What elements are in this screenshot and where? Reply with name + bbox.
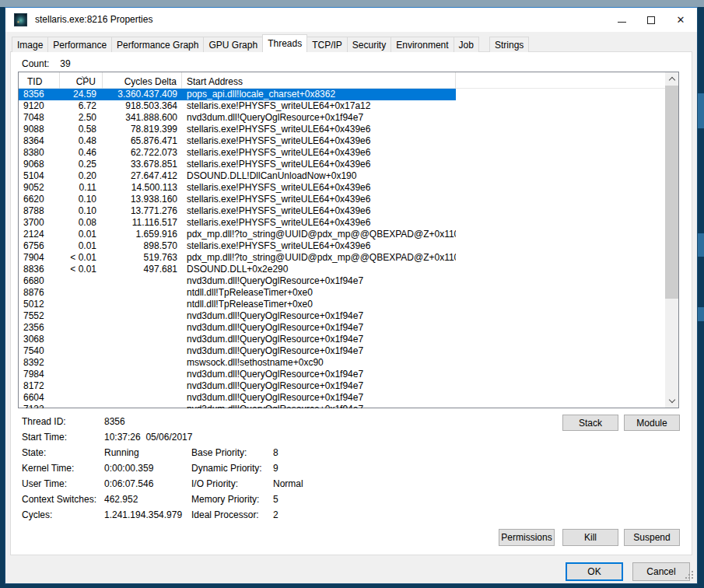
thread-list-body: 835624.593.360.437.409pops_api.dll!local… [19,89,665,408]
table-cell: stellaris.exe!PHYSFS_writeULE64+0x439e6 [182,182,456,194]
tab-threads[interactable]: Threads [262,34,307,52]
table-row[interactable]: 7552nvd3dum.dll!QueryOglResource+0x1f94e… [19,310,665,322]
tab-job[interactable]: Job [454,37,479,52]
table-row[interactable]: 87880.1013.771.276stellaris.exe!PHYSFS_w… [19,205,665,217]
title-bar: stellaris.exe:8216 Properties ✕ [5,8,697,32]
column-header-start-address[interactable]: Start Address [182,72,456,89]
table-row[interactable]: 835624.593.360.437.409pops_api.dll!local… [19,89,665,100]
resize-grip-icon[interactable] [685,571,693,579]
table-row[interactable]: 8392mswsock.dll!sethostname+0xc90 [19,357,665,369]
detail-value: 1.241.194.354.979 [104,509,182,520]
table-row[interactable]: 90680.2533.678.851stellaris.exe!PHYSFS_w… [19,159,665,170]
scroll-down-button[interactable] [665,394,678,408]
table-cell: DSOUND.DLL!DllCanUnloadNow+0x190 [182,170,456,182]
table-cell: stellaris.exe!PHYSFS_writeULE64+0x439e6 [182,217,456,229]
detail-label: Ideal Processor: [191,509,259,520]
scrollbar-thumb[interactable] [665,86,678,299]
table-cell: pops_api.dll!locale_charset+0x8362 [182,89,456,100]
detail-label: I/O Priority: [191,478,238,489]
detail-label: User Time: [22,478,67,489]
table-row[interactable]: 91206.72918.503.364stellaris.exe!PHYSFS_… [19,100,665,112]
properties-dialog: stellaris.exe:8216 Properties ✕ ImagePer… [5,7,698,584]
table-cell: 5012 [19,299,60,310]
table-cell [103,392,182,404]
thread-list: TID CPU Cycles Delta Start Address 83562… [18,72,679,408]
table-row[interactable]: 2356nvd3dum.dll!QueryOglResource+0x1f94e… [19,322,665,334]
tab-security[interactable]: Security [347,37,391,52]
table-row[interactable]: 66200.1013.938.160stellaris.exe!PHYSFS_w… [19,194,665,205]
minimize-button[interactable] [607,8,636,32]
module-button[interactable]: Module [624,415,680,431]
table-row[interactable]: 7904< 0.01519.763pdx_mp.dll!?to_string@U… [19,252,665,264]
table-cell: nvd3dum.dll!QueryOglResource+0x1f94e7 [182,345,456,357]
table-row[interactable]: 6680nvd3dum.dll!QueryOglResource+0x1f94e… [19,275,665,287]
tab-image[interactable]: Image [12,37,48,52]
table-row[interactable]: 8172nvd3dum.dll!QueryOglResource+0x1f94e… [19,380,665,392]
table-row[interactable]: 67560.01898.570stellaris.exe!PHYSFS_writ… [19,240,665,252]
table-cell: 0.20 [60,170,103,182]
stack-button[interactable]: Stack [562,415,618,431]
permissions-button[interactable]: Permissions [499,529,555,546]
tab-strings[interactable]: Strings [489,37,529,52]
table-cell: 0.01 [60,229,103,240]
column-header-cycles-delta[interactable]: Cycles Delta [103,72,182,89]
table-cell: 7540 [19,345,60,357]
table-row[interactable]: 21240.011.659.916pdx_mp.dll!?to_string@U… [19,229,665,240]
tab-gpu-graph[interactable]: GPU Graph [203,37,263,52]
table-row[interactable]: 7132nvd3dum.dll!QueryOglResource+0x1f94e… [19,404,665,408]
column-header-tid[interactable]: TID [19,72,60,89]
kill-button[interactable]: Kill [562,529,618,546]
detail-value: 8 [273,447,278,458]
table-row[interactable]: 8836< 0.01497.681DSOUND.DLL+0x2e290 [19,264,665,275]
table-cell: 13.938.160 [103,194,182,205]
table-row[interactable]: 90880.5878.819.399stellaris.exe!PHYSFS_w… [19,124,665,135]
table-row[interactable]: 7540nvd3dum.dll!QueryOglResource+0x1f94e… [19,345,665,357]
table-cell: 9052 [19,182,60,194]
table-cell: stellaris.exe!PHYSFS_writeULE64+0x439e6 [182,194,456,205]
table-cell: nvd3dum.dll!QueryOglResource+0x1f94e7 [182,322,456,334]
tab-performance-graph[interactable]: Performance Graph [111,37,204,52]
table-cell: 0.58 [60,124,103,135]
table-row[interactable]: 37000.0811.116.517stellaris.exe!PHYSFS_w… [19,217,665,229]
table-row[interactable]: 83640.4865.876.471stellaris.exe!PHYSFS_w… [19,135,665,147]
scroll-up-button[interactable] [665,72,678,86]
tab-strip: ImagePerformancePerformance GraphGPU Gra… [12,34,528,52]
table-cell [60,299,103,310]
table-cell [103,275,182,287]
thread-list-header: TID CPU Cycles Delta Start Address [19,72,665,89]
ok-button[interactable]: OK [566,562,623,581]
table-cell: 8172 [19,380,60,392]
table-cell [60,404,103,408]
table-row[interactable]: 8876ntdll.dll!TpReleaseTimer+0xe0 [19,287,665,299]
detail-value: 10:37:26 05/06/2017 [104,432,192,443]
table-cell: stellaris.exe!PHYSFS_writeULE64+0x439e6 [182,205,456,217]
tab-environment[interactable]: Environment [391,37,454,52]
table-row[interactable]: 5012ntdll.dll!TpReleaseTimer+0xe0 [19,299,665,310]
table-row[interactable]: 51040.2027.647.412DSOUND.DLL!DllCanUnloa… [19,170,665,182]
close-icon: ✕ [677,15,685,25]
detail-label: Base Priority: [191,447,247,458]
table-cell [60,392,103,404]
suspend-button[interactable]: Suspend [624,529,680,546]
detail-label: Kernel Time: [22,463,74,474]
table-row[interactable]: 6604nvd3dum.dll!QueryOglResource+0x1f94e… [19,392,665,404]
detail-label: Start Time: [22,432,67,443]
tab-performance[interactable]: Performance [47,37,112,52]
table-row[interactable]: 70482.50341.888.600nvd3dum.dll!QueryOglR… [19,112,665,124]
table-cell: stellaris.exe!PHYSFS_writeULE64+0x439e6 [182,147,456,159]
close-button[interactable]: ✕ [666,8,695,32]
table-cell: nvd3dum.dll!QueryOglResource+0x1f94e7 [182,112,456,124]
vertical-scrollbar[interactable] [665,72,678,408]
cancel-button[interactable]: Cancel [632,562,690,581]
tab-tcp-ip[interactable]: TCP/IP [306,37,348,52]
table-cell: 0.10 [60,205,103,217]
column-header-cpu[interactable]: CPU [60,72,103,89]
table-cell: 6680 [19,275,60,287]
table-row[interactable]: 90520.1114.500.113stellaris.exe!PHYSFS_w… [19,182,665,194]
table-cell [103,310,182,322]
table-row[interactable]: 7984nvd3dum.dll!QueryOglResource+0x1f94e… [19,369,665,380]
table-row[interactable]: 3068nvd3dum.dll!QueryOglResource+0x1f94e… [19,334,665,345]
maximize-button[interactable] [636,8,666,32]
table-cell: pdx_mp.dll!?to_string@UUID@pdx_mp@@QBEXP… [182,229,456,240]
table-row[interactable]: 83800.4662.722.073stellaris.exe!PHYSFS_w… [19,147,665,159]
